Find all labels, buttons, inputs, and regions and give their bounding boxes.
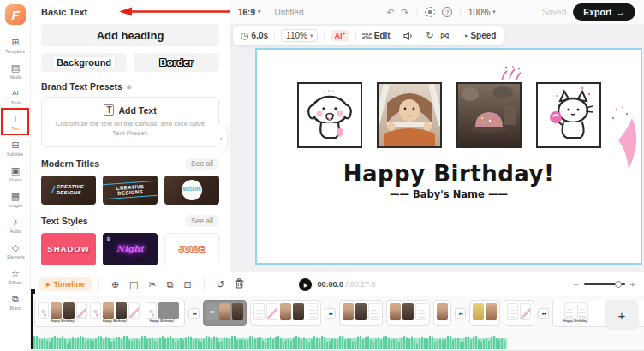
flip-icon[interactable]: ⋈ (440, 30, 450, 41)
clip-thumbnail-cake[interactable] (116, 302, 127, 319)
play-button[interactable]: ▶ (299, 278, 312, 291)
modern-title-thumb-1[interactable]: / CREATIVE DESIGNS (41, 176, 96, 205)
clip-thumbnail-doodle[interactable] (90, 302, 101, 319)
speed-button[interactable]: ◔ Speed (462, 31, 497, 41)
clip-thumbnail-cake[interactable] (293, 303, 304, 320)
text-style-thumb-shadow[interactable]: SHADOW (41, 233, 96, 265)
transition-button[interactable]: ▸◂ (455, 308, 466, 319)
video-canvas[interactable]: Happy Birthday! Baby's Name (255, 48, 642, 265)
screen-record-icon[interactable] (425, 7, 435, 17)
sidebar-item-tools[interactable]: AITools (0, 84, 31, 110)
sidebar-item-brand[interactable]: ⧉Brand (0, 289, 31, 315)
clip-thumbnail-cake[interactable] (402, 303, 414, 320)
frame-cake-photo[interactable] (456, 82, 522, 148)
sidebar-item-elements[interactable]: ◇Elements (0, 238, 31, 264)
clip-thumbnail-yellow[interactable] (473, 303, 484, 320)
clip-thumbnail-girl[interactable] (103, 302, 114, 319)
clip-thumbnail-doodle[interactable] (38, 302, 49, 319)
app-logo-icon[interactable]: F (5, 4, 26, 25)
clip-thumbnail-girl2[interactable] (486, 303, 497, 320)
timeline-zoom-slider[interactable] (584, 283, 625, 285)
clip-thumbnail-sketch[interactable] (307, 303, 318, 320)
slider-knob[interactable] (615, 281, 622, 288)
undo-icon[interactable]: ↶ (386, 7, 394, 18)
timeline-clip[interactable] (250, 300, 321, 326)
modern-title-thumb-3[interactable]: MODERN (164, 176, 219, 205)
text-style-thumb-juice[interactable]: JUICE (164, 233, 219, 265)
transition-button[interactable]: ▸◂ (325, 308, 336, 319)
clip-thumbnail-girl[interactable] (437, 303, 448, 320)
rotate-icon[interactable]: ↻ (426, 30, 434, 41)
duplicate-icon[interactable]: ⧉ (167, 279, 174, 290)
help-icon[interactable]: ? (442, 7, 452, 17)
timeline-clip[interactable]: Happy Birthday!Happy Birthday!Happy Birt… (34, 300, 185, 327)
clip-thumbnail-pink[interactable] (266, 303, 277, 320)
clip-thumbnail-girl[interactable] (219, 303, 230, 320)
clip-thumbnail-cake[interactable] (355, 303, 367, 320)
picture-in-picture-icon[interactable]: ⊡ (184, 279, 192, 290)
text-style-thumb-night[interactable]: ♛ Night (103, 233, 158, 265)
sidebar-item-audio[interactable]: ♪Audio (0, 212, 31, 238)
sidebar-item-text[interactable]: TText (0, 110, 31, 135)
scissors-icon[interactable]: ✂ (149, 279, 157, 290)
aspect-ratio-dropdown[interactable]: 16:9 ▾ (238, 8, 261, 17)
modern-titles-see-all[interactable]: See all (185, 158, 219, 170)
canvas-heading-text[interactable]: Happy Birthday! (257, 161, 641, 187)
sidebar-item-templates[interactable]: ⊞Templates (0, 33, 31, 58)
frame-girl-photo[interactable] (377, 82, 442, 148)
clip-thumbnail-sketch[interactable] (415, 303, 426, 320)
sidebar-item-images[interactable]: ▦Images (0, 187, 31, 212)
canvas-subheading-text[interactable]: Baby's Name (257, 188, 641, 200)
volume-button[interactable] (403, 32, 414, 40)
add-clip-button[interactable]: + (605, 300, 639, 330)
clip-thumbnail-pink[interactable] (128, 302, 140, 319)
split-icon[interactable]: ◫ (129, 279, 138, 290)
audio-waveform-track[interactable] (31, 334, 507, 349)
clip-thumbnail-inf[interactable]: ∞ (206, 303, 218, 320)
clip-thumbnail-pink[interactable] (76, 302, 87, 319)
timeline-clip[interactable] (504, 300, 534, 326)
clip-thumbnail-sketch[interactable] (507, 303, 518, 320)
timeline-clip[interactable]: ∞ (203, 300, 247, 326)
sidebar-item-media[interactable]: ▤Media (0, 58, 31, 84)
clip-thumbnail-sketch[interactable] (253, 303, 265, 320)
transition-button[interactable]: ▸◂ (538, 308, 549, 319)
duration-control[interactable]: ◷ 6.0s (241, 30, 268, 41)
clip-thumbnail-sketch[interactable] (564, 302, 575, 319)
clip-thumbnail-doodle[interactable] (146, 302, 157, 319)
export-button[interactable]: Export → (573, 3, 635, 21)
timeline-toggle-button[interactable]: ▸ Timeline (39, 277, 92, 291)
clip-thumbnail-pink[interactable] (520, 303, 531, 320)
sidebar-item-videos[interactable]: ▣Videos (0, 161, 31, 187)
clip-thumbnail-dark[interactable] (158, 302, 179, 319)
clip-thumbnail-girl[interactable] (280, 303, 291, 320)
add-scene-icon[interactable]: ⊕ (111, 279, 119, 290)
clip-thumbnail-girl[interactable] (343, 303, 354, 320)
background-text-button[interactable]: Background (41, 53, 127, 72)
clip-thumbnail-cake[interactable] (63, 302, 75, 319)
frame-cat-doodle[interactable] (536, 82, 601, 148)
redo-icon[interactable]: ↷ (401, 7, 408, 18)
trash-icon[interactable] (235, 278, 244, 290)
timeline-clip[interactable] (386, 300, 430, 326)
frame-puppy-doodle[interactable] (297, 82, 362, 148)
project-title[interactable]: Untitled (275, 8, 304, 17)
timeline-clip[interactable] (433, 300, 451, 326)
clip-thumbnail-sketch[interactable] (577, 302, 588, 319)
edit-button[interactable]: Edit (362, 31, 391, 40)
ai-tools-button[interactable]: AI✦ (331, 30, 349, 41)
loop-icon[interactable]: ↺ (217, 279, 224, 290)
clip-thumbnail-sketch[interactable] (368, 303, 379, 320)
add-heading-button[interactable]: Add heading (41, 24, 219, 46)
text-styles-see-all[interactable]: See all (185, 215, 219, 227)
text-size-dropdown[interactable]: 110% ▾ (281, 29, 318, 42)
panel-collapse-button[interactable]: ‹ (216, 125, 227, 152)
sidebar-item-subtitles[interactable]: ⊟Subtitles (0, 135, 31, 161)
border-text-button[interactable]: Border (134, 53, 219, 72)
zoom-out-icon[interactable]: − (573, 279, 578, 289)
playhead[interactable] (31, 289, 33, 349)
add-text-button[interactable]: T Add Text (51, 104, 210, 116)
canvas-zoom-dropdown[interactable]: 100% ▾ (468, 8, 496, 17)
clip-thumbnail-cake[interactable] (232, 303, 243, 320)
zoom-in-icon[interactable]: + (630, 279, 635, 289)
